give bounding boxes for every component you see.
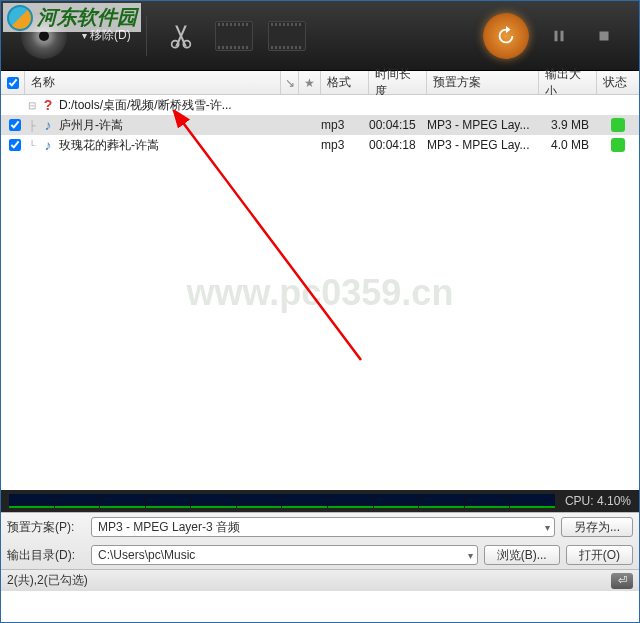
tree-branch-icon: ⊟ — [25, 100, 39, 111]
header-outsize[interactable]: 输出大小 — [539, 71, 597, 94]
edit-video-button[interactable] — [268, 17, 306, 55]
file-checkbox[interactable] — [9, 119, 21, 131]
file-duration: 00:04:15 — [369, 118, 427, 132]
file-name: 庐州月-许嵩 — [57, 117, 321, 134]
header-name[interactable]: 名称 — [25, 71, 281, 94]
tree-branch-icon: └ — [25, 140, 39, 151]
file-preset: MP3 - MPEG Lay... — [427, 118, 539, 132]
svg-rect-4 — [600, 31, 609, 40]
convert-button[interactable] — [483, 13, 529, 59]
logo-icon — [7, 5, 33, 31]
folder-path: D:/tools/桌面/视频/断桥残雪-许... — [57, 97, 321, 114]
status-ready-icon — [611, 138, 625, 152]
saveas-button[interactable]: 另存为... — [561, 517, 633, 537]
status-ready-icon — [611, 118, 625, 132]
header-checkbox[interactable] — [1, 71, 25, 94]
svg-line-5 — [181, 120, 361, 360]
site-watermark-logo: 河东软件园 — [3, 3, 141, 32]
music-note-icon: ♪ — [45, 117, 52, 133]
cpu-bar: CPU: 4.10% — [1, 490, 639, 512]
return-button[interactable]: ⏎ — [611, 573, 633, 589]
svg-rect-2 — [555, 30, 558, 41]
crop-video-button[interactable] — [215, 17, 253, 55]
folder-row[interactable]: ⊟ ? D:/tools/桌面/视频/断桥残雪-许... — [1, 95, 639, 115]
cpu-label: CPU: 4.10% — [565, 494, 631, 508]
header-expand-icon[interactable]: ↘ — [281, 71, 299, 94]
outdir-combo[interactable]: C:\Users\pc\Music — [91, 545, 478, 565]
stop-button[interactable] — [589, 21, 619, 51]
preset-combo[interactable]: MP3 - MPEG Layer-3 音频 — [91, 517, 555, 537]
pause-button[interactable] — [544, 21, 574, 51]
header-status[interactable]: 状态 — [597, 71, 639, 94]
file-format: mp3 — [321, 118, 369, 132]
open-button[interactable]: 打开(O) — [566, 545, 633, 565]
site-name: 河东软件园 — [37, 4, 137, 31]
toolbar-separator — [146, 16, 147, 56]
file-name: 玫瑰花的葬礼-许嵩 — [57, 137, 321, 154]
file-size: 4.0 MB — [539, 138, 597, 152]
question-icon: ? — [44, 97, 53, 113]
header-star-icon[interactable]: ★ — [299, 71, 321, 94]
status-bar: 2(共),2(已勾选) ⏎ — [1, 569, 639, 591]
watermark-text: www.pc0359.cn — [187, 272, 454, 314]
file-duration: 00:04:18 — [369, 138, 427, 152]
header-format[interactable]: 格式 — [321, 71, 369, 94]
file-format: mp3 — [321, 138, 369, 152]
music-note-icon: ♪ — [45, 137, 52, 153]
preset-label: 预置方案(P): — [7, 519, 85, 536]
file-row[interactable]: ├ ♪ 庐州月-许嵩 mp3 00:04:15 MP3 - MPEG Lay..… — [1, 115, 639, 135]
outdir-label: 输出目录(D): — [7, 547, 85, 564]
status-text: 2(共),2(已勾选) — [7, 572, 88, 589]
file-size: 3.9 MB — [539, 118, 597, 132]
file-checkbox[interactable] — [9, 139, 21, 151]
file-preset: MP3 - MPEG Lay... — [427, 138, 539, 152]
header-duration[interactable]: 时间长度 — [369, 71, 427, 94]
tree-branch-icon: ├ — [25, 120, 39, 131]
cut-button[interactable] — [162, 17, 200, 55]
column-headers: 名称 ↘ ★ 格式 时间长度 预置方案 输出大小 状态 — [1, 71, 639, 95]
header-preset[interactable]: 预置方案 — [427, 71, 539, 94]
file-list: ⊟ ? D:/tools/桌面/视频/断桥残雪-许... ├ ♪ 庐州月-许嵩 … — [1, 95, 639, 490]
browse-button[interactable]: 浏览(B)... — [484, 545, 560, 565]
cpu-meter — [9, 494, 555, 508]
file-row[interactable]: └ ♪ 玫瑰花的葬礼-许嵩 mp3 00:04:18 MP3 - MPEG La… — [1, 135, 639, 155]
svg-rect-3 — [561, 30, 564, 41]
bottom-panel: 预置方案(P): MP3 - MPEG Layer-3 音频 另存为... 输出… — [1, 512, 639, 569]
